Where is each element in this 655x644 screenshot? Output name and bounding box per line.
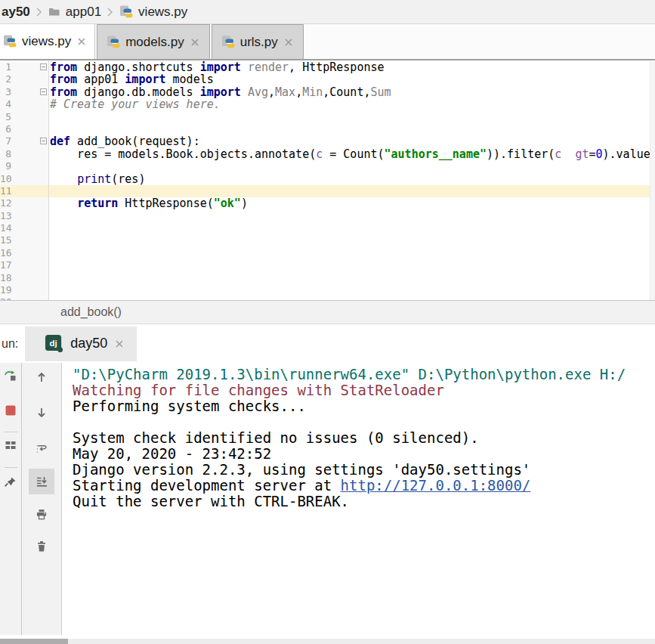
code-token: = Count( (329, 148, 384, 160)
editor-line: 7−def add_book(request): (0, 135, 655, 147)
fold-column: − (12, 61, 48, 73)
scroll-to-end-icon[interactable] (29, 469, 54, 494)
line-number: 7 (0, 135, 12, 147)
fold-column (12, 111, 48, 123)
editor-scrollbar[interactable] (650, 61, 655, 300)
console-line: Watching for file changes with StatReloa… (73, 382, 655, 398)
code-token: Max (275, 86, 295, 98)
code-token: models (166, 73, 214, 85)
toolbar-separator (5, 432, 17, 432)
console-line: Django version 2.2.3, using settings 'da… (73, 462, 655, 478)
scrollbar-thumb[interactable] (0, 639, 68, 644)
editor-line: 16 (0, 247, 655, 259)
code-line-text: return HttpResponse("ok") (48, 197, 655, 209)
print-icon[interactable] (36, 508, 48, 520)
editor-line: 4# Create your views here. (0, 98, 655, 110)
soft-wrap-icon[interactable] (36, 442, 48, 454)
code-token: c (316, 148, 329, 160)
run-console: "D:\PyCharm 2019.1.3\bin\runnerw64.exe" … (0, 363, 655, 635)
clear-all-icon[interactable] (36, 540, 48, 553)
down-stack-icon[interactable] (36, 407, 48, 419)
stop-icon[interactable] (5, 404, 17, 416)
line-number: 9 (0, 160, 12, 172)
console-line: May 20, 2020 - 23:42:52 (73, 446, 655, 462)
fold-column (12, 210, 48, 222)
chevron-right-icon (36, 6, 43, 18)
console-output[interactable]: "D:\PyCharm 2019.1.3\bin\runnerw64.exe" … (62, 363, 655, 635)
gutter-separator (48, 61, 49, 300)
console-line (73, 414, 655, 430)
code-token: render (241, 61, 289, 73)
tab-models-py[interactable]: models.py (97, 24, 209, 59)
code-token: from (50, 73, 77, 85)
close-icon[interactable] (283, 37, 294, 48)
breadcrumb-file[interactable]: views.py (138, 5, 187, 20)
editor-line: 8 res = models.Book.objects.annotate(c =… (0, 148, 655, 160)
code-token: ).values (603, 148, 655, 160)
line-number: 2 (0, 73, 12, 85)
code-line-text: print(res) (48, 173, 655, 185)
code-token: c__gt (555, 148, 589, 160)
code-line-text: res = models.Book.objects.annotate(c = C… (48, 148, 655, 160)
console-line: System check identified no issues (0 sil… (73, 430, 655, 446)
console-toolbar (22, 363, 62, 635)
fold-column (12, 148, 48, 160)
console-line: "D:\PyCharm 2019.1.3\bin\runnerw64.exe" … (73, 367, 655, 382)
code-token: import (200, 86, 241, 98)
console-text: Django version 2.2.3, using settings 'da… (73, 461, 530, 478)
breadcrumb-project[interactable]: ay50 (2, 5, 30, 20)
editor-line: 3−from django.db.models import Avg,Max,M… (0, 86, 655, 98)
up-stack-icon[interactable] (36, 371, 48, 383)
tab-views-py[interactable]: views.py (0, 24, 95, 59)
line-number: 17 (0, 259, 12, 271)
fold-column (12, 234, 48, 246)
fold-column: − (12, 135, 48, 147)
fold-column (12, 222, 48, 234)
line-number: 13 (0, 210, 12, 222)
editor-line: 18 (0, 272, 655, 284)
editor-line: 15 (0, 234, 655, 246)
code-token: app01 (77, 73, 125, 85)
code-editor[interactable]: 1−from django.shortcuts import render, H… (0, 61, 655, 300)
horizontal-scrollbar[interactable] (0, 639, 655, 644)
code-token: from (50, 61, 77, 73)
code-line-text (48, 247, 655, 259)
breadcrumb-package[interactable]: app01 (66, 5, 101, 20)
line-number: 15 (0, 234, 12, 246)
tab-urls-py[interactable]: urls.py (212, 24, 304, 59)
rerun-icon[interactable] (5, 370, 17, 382)
tab-label: views.py (22, 34, 71, 49)
code-token: , (268, 86, 275, 98)
code-token: from (50, 86, 77, 98)
restore-layout-icon[interactable] (5, 439, 17, 451)
fold-marker-icon[interactable]: − (40, 88, 47, 95)
code-token: ) (241, 197, 248, 209)
fold-column (12, 98, 48, 110)
python-file-icon (107, 36, 120, 49)
code-token: Avg (248, 86, 268, 98)
editor-line: 13 (0, 210, 655, 222)
console-text: Starting development server at (73, 477, 341, 494)
line-number: 18 (0, 272, 12, 284)
close-icon[interactable] (190, 37, 200, 48)
code-token: ,Count, (323, 86, 370, 98)
editor-line: 6 (0, 123, 655, 135)
code-token: # Create your views here. (50, 98, 221, 110)
server-url-link[interactable]: http://127.0.0.1:8000/ (341, 477, 531, 494)
editor-line: 5 (0, 111, 655, 123)
code-token: import (200, 61, 241, 73)
pin-icon[interactable] (5, 476, 17, 488)
close-icon[interactable] (76, 36, 87, 47)
python-file-icon (221, 36, 235, 49)
code-token: 0 (595, 148, 602, 160)
code-token: django.shortcuts (77, 61, 200, 73)
run-tab-day50[interactable]: dj day50 (25, 327, 137, 361)
code-token: Sum (370, 86, 391, 98)
fold-column (12, 197, 48, 209)
django-icon: dj (45, 334, 63, 353)
fold-marker-icon[interactable]: − (40, 138, 47, 144)
fold-marker-icon[interactable]: − (40, 63, 47, 70)
close-icon[interactable] (114, 339, 125, 349)
editor-line: 10 print(res) (0, 173, 655, 185)
code-line-text (48, 284, 655, 296)
